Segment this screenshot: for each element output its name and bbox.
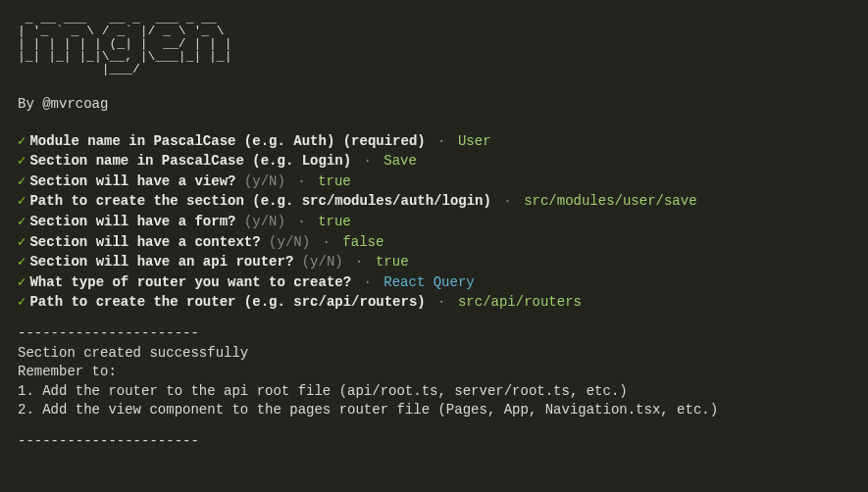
separator: ·: [495, 193, 520, 209]
prompt-answer: React Query: [383, 274, 474, 290]
check-icon: ✓: [18, 274, 26, 290]
check-icon: ✓: [18, 153, 26, 169]
prompt-line: ✓Section will have a context? (y/N) · fa…: [18, 233, 850, 253]
separator: ·: [289, 173, 314, 189]
check-icon: ✓: [18, 133, 26, 149]
prompt-question: Section will have a view?: [29, 173, 235, 189]
separator: ·: [430, 294, 454, 310]
separator: ·: [314, 234, 338, 250]
check-icon: ✓: [18, 234, 26, 250]
divider-top: ----------------------: [18, 324, 850, 344]
prompt-answer: true: [318, 173, 351, 189]
separator: ·: [355, 274, 380, 290]
prompts-container: ✓Module name in PascalCase (e.g. Auth) (…: [18, 132, 850, 313]
prompt-question: Section will have an api router?: [29, 254, 293, 270]
prompt-answer: true: [376, 254, 409, 270]
prompt-line: ✓Path to create the router (e.g. src/api…: [18, 293, 850, 313]
prompt-answer: false: [342, 234, 383, 250]
remember-heading: Remember to:: [18, 363, 850, 382]
prompt-question: Path to create the router (e.g. src/api/…: [29, 294, 425, 310]
prompt-hint: (y/N): [269, 234, 310, 250]
prompt-answer: src/api/routers: [458, 294, 582, 310]
success-message: Section created successfully: [18, 344, 850, 364]
prompt-question: What type of router you want to create?: [29, 274, 351, 290]
prompt-hint: (y/N): [244, 173, 285, 189]
divider-bottom: ----------------------: [18, 432, 850, 452]
separator: ·: [430, 133, 454, 149]
prompt-answer: User: [458, 133, 491, 149]
reminder-step-1: 1. Add the router to the api root file (…: [18, 382, 850, 402]
prompt-hint: (y/N): [244, 214, 285, 229]
separator: ·: [347, 254, 372, 270]
separator: ·: [289, 214, 314, 229]
prompt-question: Section will have a context?: [29, 234, 260, 250]
prompt-question: Section name in PascalCase (e.g. Login): [29, 153, 351, 169]
ascii-logo: _ __ ___ __ _ ___ _ __ | '_ ` _ \ / _` |…: [18, 12, 850, 75]
reminder-step-2: 2. Add the view component to the pages r…: [18, 401, 850, 420]
prompt-line: ✓Section will have a form? (y/N) · true: [18, 213, 850, 232]
prompt-hint: (y/N): [302, 254, 343, 270]
prompt-answer: Save: [383, 153, 417, 169]
check-icon: ✓: [18, 254, 26, 270]
byline: By @mvrcoag: [18, 95, 850, 115]
prompt-question: Path to create the section (e.g. src/mod…: [29, 193, 490, 209]
prompt-line: ✓Section name in PascalCase (e.g. Login)…: [18, 152, 850, 172]
check-icon: ✓: [18, 173, 26, 189]
prompt-question: Section will have a form?: [29, 214, 235, 229]
check-icon: ✓: [18, 193, 26, 209]
check-icon: ✓: [18, 294, 26, 310]
prompt-question: Module name in PascalCase (e.g. Auth) (r…: [29, 133, 425, 149]
prompt-line: ✓Path to create the section (e.g. src/mo…: [18, 192, 850, 212]
prompt-line: ✓Section will have an api router? (y/N) …: [18, 253, 850, 272]
check-icon: ✓: [18, 214, 26, 229]
prompt-answer: src/modules/user/save: [524, 193, 696, 209]
prompt-answer: true: [318, 214, 351, 229]
prompt-line: ✓What type of router you want to create?…: [18, 273, 850, 293]
prompt-line: ✓Section will have a view? (y/N) · true: [18, 172, 850, 192]
prompt-line: ✓Module name in PascalCase (e.g. Auth) (…: [18, 132, 850, 152]
separator: ·: [355, 153, 380, 169]
